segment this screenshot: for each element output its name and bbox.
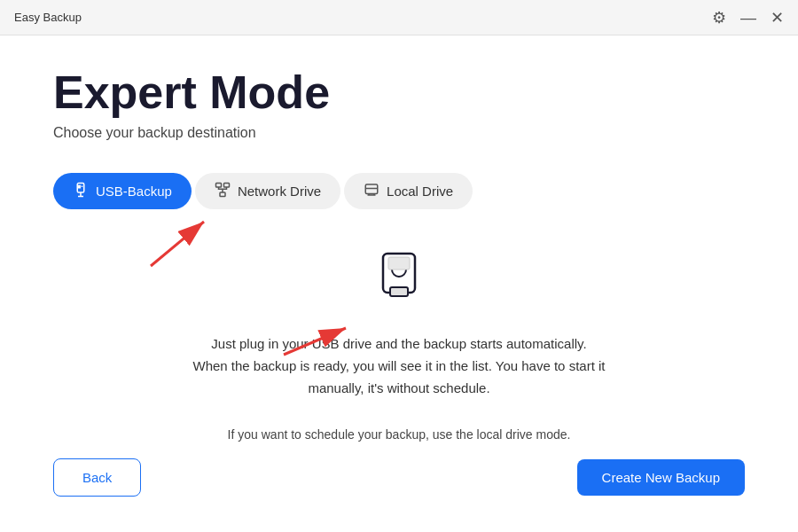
back-button[interactable]: Back bbox=[53, 458, 141, 497]
tab-bar: USB-Backup Network Drive bbox=[53, 173, 745, 209]
svg-rect-2 bbox=[223, 184, 229, 188]
main-content: Expert Mode Choose your backup destinati… bbox=[0, 35, 798, 532]
title-bar: Easy Backup ⚙ — ✕ bbox=[0, 0, 798, 35]
app-title: Easy Backup bbox=[14, 11, 82, 24]
svg-rect-6 bbox=[390, 287, 408, 296]
tab-usb-label: USB-Backup bbox=[96, 184, 172, 199]
tab-usb[interactable]: USB-Backup bbox=[53, 173, 192, 209]
title-bar-left: Easy Backup bbox=[14, 11, 82, 24]
page-subtitle: Choose your backup destination bbox=[53, 125, 745, 141]
close-icon[interactable]: ✕ bbox=[771, 10, 784, 26]
bottom-bar: Back Create New Backup bbox=[53, 458, 745, 505]
usb-description: Just plug in your USB drive and the back… bbox=[193, 333, 606, 399]
local-tab-icon bbox=[364, 182, 379, 200]
usb-icon-svg bbox=[364, 238, 434, 309]
content-area: Just plug in your USB drive and the back… bbox=[53, 238, 745, 458]
network-tab-icon bbox=[215, 182, 231, 200]
tab-network[interactable]: Network Drive bbox=[195, 173, 340, 209]
page-title: Expert Mode bbox=[53, 67, 745, 118]
svg-rect-1 bbox=[215, 184, 221, 188]
svg-rect-11 bbox=[388, 257, 410, 270]
tab-local-label: Local Drive bbox=[387, 184, 453, 199]
usb-illustration bbox=[364, 238, 434, 312]
title-bar-controls: ⚙ — ✕ bbox=[712, 10, 784, 26]
usb-tab-icon bbox=[73, 182, 89, 200]
minimize-icon[interactable]: — bbox=[740, 10, 756, 26]
tab-local[interactable]: Local Drive bbox=[344, 173, 473, 209]
svg-rect-3 bbox=[220, 192, 225, 197]
tab-network-label: Network Drive bbox=[238, 184, 321, 199]
create-backup-button[interactable]: Create New Backup bbox=[577, 459, 745, 496]
schedule-note: If you want to schedule your backup, use… bbox=[228, 413, 571, 442]
settings-icon[interactable]: ⚙ bbox=[712, 10, 726, 26]
